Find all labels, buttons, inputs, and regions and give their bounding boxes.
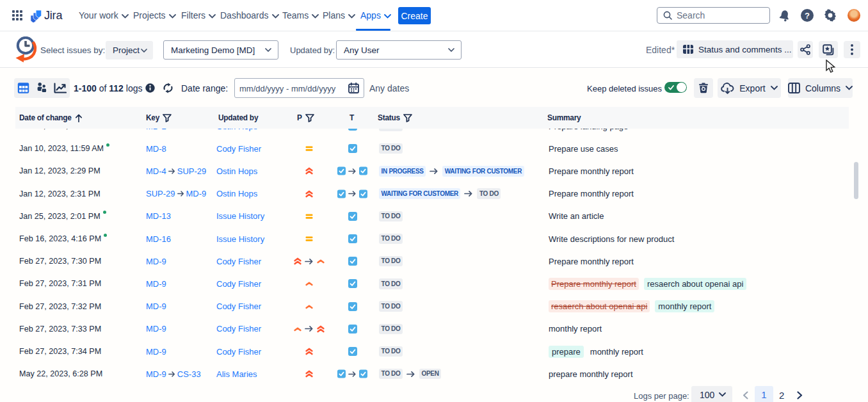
svg-text:?: ?	[805, 11, 810, 20]
